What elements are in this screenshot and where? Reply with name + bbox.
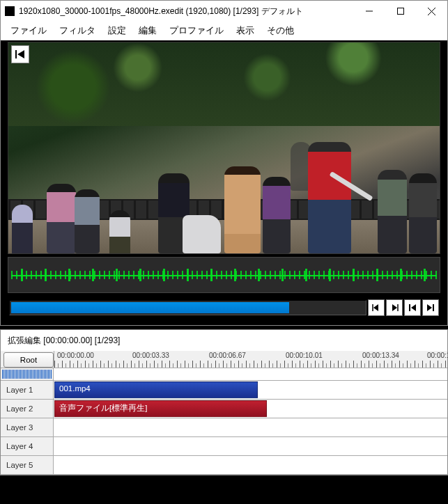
video-preview[interactable] [8, 42, 440, 254]
root-button[interactable]: Root [3, 352, 54, 368]
ruler-tick: 00:00:10.01 [286, 352, 323, 359]
layer-label[interactable]: Layer 2 [1, 400, 54, 418]
menu-edit[interactable]: 編集 [133, 23, 162, 39]
timeline-window: 拡張編集 [00:00:00.00] [1/293] Root 00:00:00… [0, 329, 448, 475]
menu-file[interactable]: ファイル [5, 23, 52, 39]
layer-track[interactable]: 音声ファイル[標準再生] [54, 400, 447, 418]
timeline-titlebar[interactable]: 拡張編集 [00:00:00.00] [1/293] [1, 330, 447, 351]
video-clip[interactable]: 001.mp4 [54, 381, 258, 398]
time-ruler[interactable]: 00:00:00.00 00:00:03.33 00:00:06.67 00:0… [54, 351, 447, 368]
seek-bar[interactable] [9, 300, 366, 315]
overview-row[interactable] [1, 368, 447, 381]
layer-label[interactable]: Layer 5 [1, 456, 54, 474]
svg-marker-6 [373, 304, 378, 311]
titlebar[interactable]: 1920x1080_30000-1001fps_48000Hz.exedit (… [1, 1, 447, 22]
menu-view[interactable]: 表示 [231, 23, 260, 39]
prev-frame-button[interactable] [368, 299, 385, 316]
menubar: ファイル フィルタ 設定 編集 プロファイル 表示 その他 [1, 22, 447, 40]
menu-settings[interactable]: 設定 [102, 23, 132, 39]
maximize-button[interactable] [385, 1, 416, 22]
menu-profile[interactable]: プロファイル [164, 23, 229, 39]
menu-filter[interactable]: フィルタ [54, 23, 101, 39]
layer-row-2[interactable]: Layer 2 音声ファイル[標準再生] [1, 400, 447, 418]
layer-row-5[interactable]: Layer 5 [1, 456, 447, 475]
ruler-tick: 00:00:03.33 [132, 352, 169, 359]
goto-last-button[interactable] [422, 299, 439, 316]
ruler-tick: 00:00:00.00 [57, 352, 94, 359]
audio-waveform[interactable] [8, 257, 440, 293]
svg-marker-5 [17, 50, 24, 58]
goto-start-button[interactable] [11, 45, 29, 63]
window-title: 1920x1080_30000-1001fps_48000Hz.exedit (… [19, 6, 353, 17]
layer-row-3[interactable]: Layer 3 [1, 418, 447, 437]
menu-other[interactable]: その他 [261, 23, 300, 39]
minimize-button[interactable] [353, 1, 385, 22]
next-frame-button[interactable] [386, 299, 403, 316]
ruler-tick: 00:00:16. [427, 352, 448, 359]
layer-label[interactable]: Layer 4 [1, 437, 54, 455]
svg-rect-1 [397, 8, 403, 15]
goto-first-button[interactable] [404, 299, 421, 316]
layer-label[interactable]: Layer 3 [1, 418, 54, 436]
svg-marker-13 [427, 304, 432, 311]
audio-clip[interactable]: 音声ファイル[標準再生] [54, 400, 267, 417]
ruler-tick: 00:00:13.34 [362, 352, 399, 359]
timeline-title: 拡張編集 [00:00:00.00] [1/293] [5, 335, 447, 347]
layer-track[interactable] [54, 418, 447, 436]
layer-row-4[interactable]: Layer 4 [1, 437, 447, 456]
close-button[interactable] [416, 1, 447, 22]
layer-track[interactable] [54, 437, 447, 455]
layer-row-1[interactable]: Layer 1 001.mp4 [1, 381, 447, 400]
playback-controls [8, 293, 440, 321]
ruler-tick: 00:00:06.67 [209, 352, 246, 359]
main-window: 1920x1080_30000-1001fps_48000Hz.exedit (… [0, 0, 448, 326]
layer-label[interactable]: Layer 1 [1, 381, 54, 399]
layer-track[interactable] [54, 456, 447, 474]
app-icon [5, 6, 15, 16]
svg-marker-8 [392, 304, 397, 311]
layer-track[interactable]: 001.mp4 [54, 381, 447, 399]
svg-marker-11 [411, 304, 416, 311]
